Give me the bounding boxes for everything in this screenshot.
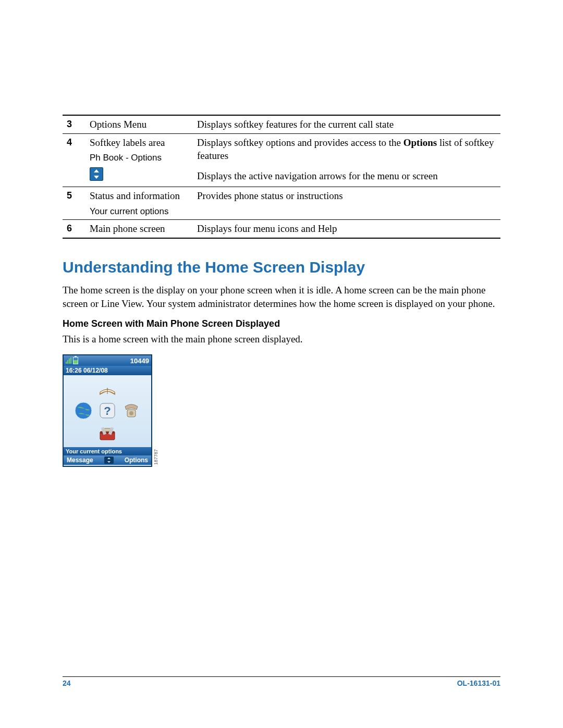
phone-softkey-bar: Message Options [64,455,151,465]
sub-heading: Home Screen with Main Phone Screen Displ… [63,318,500,329]
document-id: OL-16131-01 [457,679,500,687]
phone-number: 10449 [130,357,149,365]
row-name: Options Menu [85,115,193,133]
phone-status-bar: 10449 [64,355,151,366]
page-footer: 24 OL-16131-01 [63,676,500,687]
softkey-right: Options [125,456,148,464]
phone-status-text: Your current options [64,447,151,455]
row-name: Main phone screen [85,220,193,238]
table-row: 4 Softkey labels area Ph Book - Options … [63,133,500,167]
row-number: 6 [63,220,85,238]
row-desc: Displays four menu icons and Help [193,220,500,238]
battery-icon [73,357,78,364]
phone-menu-area: ? [64,375,151,447]
svg-point-5 [129,411,133,415]
phone-screenshot: 10449 16:26 06/12/08 ? [63,354,152,467]
row-name-cell: Status and information Your current opti… [85,187,193,220]
signal-icon [66,357,72,364]
directory-icon [97,378,118,399]
document-page: 3 Options Menu Displays softkey features… [0,0,563,728]
body-paragraph: The home screen is the display on your p… [63,283,500,310]
row-name-cell: Softkey labels area Ph Book - Options [85,133,193,187]
line-icon [121,400,142,421]
softkey-left: Message [67,456,93,464]
row-desc: Provides phone status or instructions [193,187,500,220]
row-subtext: Ph Book - Options [90,152,189,164]
table-row: 5 Status and information Your current op… [63,187,500,220]
row-number: 4 [63,133,85,187]
desc-pre: Displays softkey options and provides ac… [197,137,403,148]
help-icon: ? [97,400,118,421]
desc-bold: Options [403,137,437,148]
row-name: Softkey labels area [90,137,165,148]
row-number: 3 [63,115,85,133]
body-paragraph: This is a home screen with the main phon… [63,332,500,346]
phone-status-icons [66,357,78,364]
table-row: 3 Options Menu Displays softkey features… [63,115,500,133]
nav-arrows-icon [104,456,114,464]
phone-datetime-bar: 16:26 06/12/08 [64,366,151,375]
table-row: 6 Main phone screen Displays four menu i… [63,220,500,238]
row-desc-secondary: Displays the active navigation arrows fo… [193,167,500,187]
row-desc: Displays softkey options and provides ac… [193,133,500,167]
row-desc: Displays softkey features for the curren… [193,115,500,133]
nav-arrows-icon [90,167,103,181]
row-name: Status and information [90,190,180,201]
figure-id: 187787 [153,449,158,465]
row-subtext: Your current options [90,206,189,218]
section-heading: Understanding the Home Screen Display [63,258,500,276]
svg-text:?: ? [104,404,111,417]
definitions-table: 3 Options Menu Displays softkey features… [63,115,500,239]
page-number: 24 [63,679,71,687]
svg-rect-7 [100,431,115,434]
row-number: 5 [63,187,85,220]
services-icon [73,400,94,421]
settings-icon [97,423,118,444]
